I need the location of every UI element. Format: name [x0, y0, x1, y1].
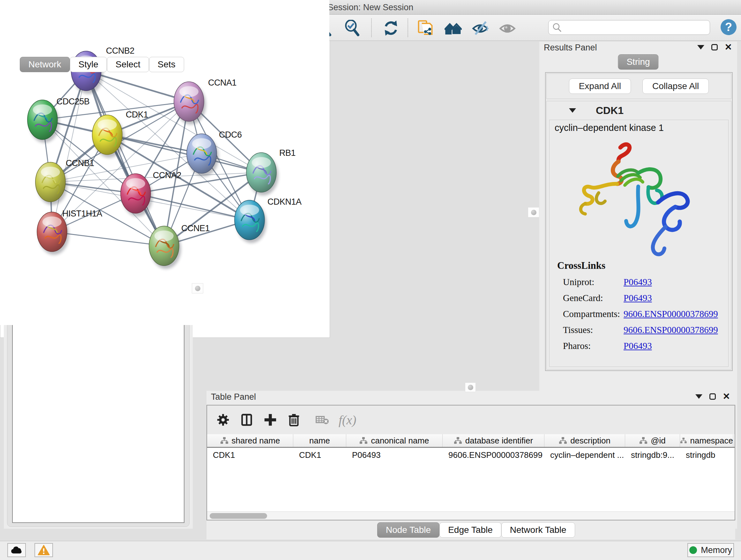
automation-cloud-button[interactable]: [7, 543, 26, 557]
show-columns-icon[interactable]: [240, 413, 254, 427]
crosslink-row: Pharos:P06493: [557, 341, 723, 351]
close-panel-icon[interactable]: ✕: [723, 393, 730, 400]
gene-section: CDK1 cyclin–dependent kinase 1: [546, 101, 731, 370]
gene-name: CDK1: [596, 105, 623, 117]
scrollbar-thumb[interactable]: [210, 513, 267, 519]
column-header-canonical-name[interactable]: canonical name: [346, 434, 443, 447]
table-row[interactable]: CDK1CDK1P064939606.ENSP00000378699cyclin…: [207, 448, 735, 462]
crosslink-link[interactable]: 9606.ENSP00000378699: [623, 325, 718, 335]
zoom-selected-button[interactable]: [343, 19, 361, 37]
network-canvas[interactable]: CCNB2CCNA1CDC25BCDK1CDC6RB1CCNB1CCNA2CDK…: [0, 0, 329, 325]
column-header-label: shared name: [232, 436, 280, 446]
column-header-label: database identifier: [465, 436, 533, 446]
crosslink-link[interactable]: P06493: [623, 341, 652, 351]
float-panel-icon[interactable]: [710, 393, 716, 400]
search-icon: [552, 23, 562, 32]
edge-CCNB2-HIST1H1A[interactable]: [52, 71, 86, 232]
node-CDC6[interactable]: [187, 134, 219, 177]
tab-style[interactable]: Style: [70, 57, 107, 72]
delete-column-trash-icon[interactable]: [287, 413, 301, 427]
tab-string[interactable]: String: [618, 54, 658, 70]
node-HIST1H1A[interactable]: [37, 212, 69, 255]
table-cell[interactable]: stringdb: [680, 450, 733, 460]
memory-status-button[interactable]: Memory: [687, 543, 734, 557]
tab-select[interactable]: Select: [107, 57, 149, 72]
search-box[interactable]: [548, 20, 710, 35]
table-cell[interactable]: 9606.ENSP00000378699: [443, 450, 544, 460]
column-type-icon: [454, 437, 462, 444]
home-button[interactable]: [444, 19, 462, 37]
crosslink-row: Compartments:9606.ENSP00000378699: [557, 309, 723, 319]
close-panel-icon[interactable]: ✕: [725, 44, 732, 51]
tab-network-table[interactable]: Network Table: [501, 522, 575, 538]
table-tabs: Node TableEdge TableNetwork Table: [377, 522, 575, 538]
table-horizontal-scrollbar[interactable]: [207, 511, 735, 520]
table-cell[interactable]: stringdb:9...: [625, 450, 680, 460]
crosslink-label: Compartments:: [563, 309, 623, 319]
warnings-button[interactable]: [35, 543, 53, 557]
memory-ok-dot-icon: [689, 546, 697, 554]
node-RB1[interactable]: [246, 152, 278, 195]
first-neighbors-button[interactable]: [416, 19, 434, 37]
table-cell[interactable]: cyclin–dependent ...: [544, 450, 625, 460]
crosslink-link[interactable]: P06493: [623, 277, 652, 287]
tab-sets[interactable]: Sets: [149, 57, 184, 72]
column-header-name[interactable]: name: [293, 434, 346, 447]
node-label-CCNE1: CCNE1: [181, 224, 210, 233]
collapse-all-button[interactable]: Collapse All: [643, 78, 709, 94]
tab-network[interactable]: Network: [20, 57, 70, 72]
table-panel: Table Panel ✕: [206, 391, 735, 540]
edge-CCNB2-CCNE1[interactable]: [86, 71, 164, 246]
protein-structure-image: [567, 138, 701, 260]
node-CCNB1[interactable]: [36, 162, 67, 205]
function-builder-icon[interactable]: f(x): [339, 413, 356, 428]
tab-edge-table[interactable]: Edge Table: [440, 522, 501, 538]
edge-CCNA2-CDKN1A[interactable]: [136, 193, 250, 220]
crosslink-row: GeneCard:P06493: [557, 293, 723, 303]
create-column-plus-icon[interactable]: [263, 413, 277, 427]
results-panel-title: Results Panel: [544, 43, 597, 53]
table-cell[interactable]: CDK1: [207, 450, 293, 460]
node-label-RB1: RB1: [279, 148, 295, 158]
tab-node-table[interactable]: Node Table: [377, 522, 440, 538]
help-button[interactable]: ?: [721, 19, 737, 35]
node-label-CDC25B: CDC25B: [57, 97, 90, 106]
column-header-namespace[interactable]: namespace: [680, 434, 733, 447]
left-splitter-handle[interactable]: [192, 283, 203, 294]
apply-layout-button[interactable]: [382, 19, 400, 37]
column-header-shared-name[interactable]: shared name: [207, 434, 293, 447]
crosslink-link[interactable]: 9606.ENSP00000378699: [623, 309, 718, 319]
panel-menu-icon[interactable]: [697, 45, 704, 50]
column-type-icon: [559, 437, 567, 444]
table-cell[interactable]: P06493: [346, 450, 443, 460]
right-splitter-handle[interactable]: [528, 207, 539, 217]
column-header-database-identifier[interactable]: database identifier: [443, 434, 544, 447]
node-CCNA2[interactable]: [121, 174, 152, 216]
gene-section-header[interactable]: CDK1: [547, 101, 731, 120]
column-header-@id[interactable]: @id: [625, 434, 680, 447]
toolbar-divider: [408, 18, 408, 37]
table-options-gear-icon[interactable]: [216, 413, 230, 427]
column-type-icon: [639, 437, 648, 444]
node-table[interactable]: shared namenamecanonical namedatabase id…: [207, 434, 735, 511]
expand-all-button[interactable]: Expand All: [569, 78, 631, 94]
table-cell[interactable]: CDK1: [293, 450, 346, 460]
panel-menu-icon[interactable]: [695, 394, 702, 399]
column-header-description[interactable]: description: [544, 434, 625, 447]
gene-expander-icon[interactable]: [569, 108, 576, 113]
bottom-splitter-handle[interactable]: [465, 382, 476, 392]
node-CCNE1[interactable]: [149, 226, 181, 269]
crosslinks-section: CrossLinks Uniprot:P06493GeneCard:P06493…: [557, 260, 723, 351]
node-CDK1[interactable]: [92, 115, 124, 158]
search-input[interactable]: [565, 22, 706, 33]
hide-selected-button[interactable]: [471, 19, 489, 37]
string-results-content: Expand All Collapse All CDK1 cyclin–depe…: [545, 72, 733, 371]
table-toolbar: f(x): [207, 406, 735, 434]
float-panel-icon[interactable]: [711, 44, 718, 51]
show-all-button[interactable]: [498, 19, 516, 37]
node-CDKN1A[interactable]: [234, 200, 266, 243]
toolbar-divider: [371, 18, 372, 37]
crosslinks-title: CrossLinks: [557, 260, 723, 271]
crosslink-link[interactable]: P06493: [623, 293, 652, 303]
delete-table-icon[interactable]: [315, 413, 329, 427]
